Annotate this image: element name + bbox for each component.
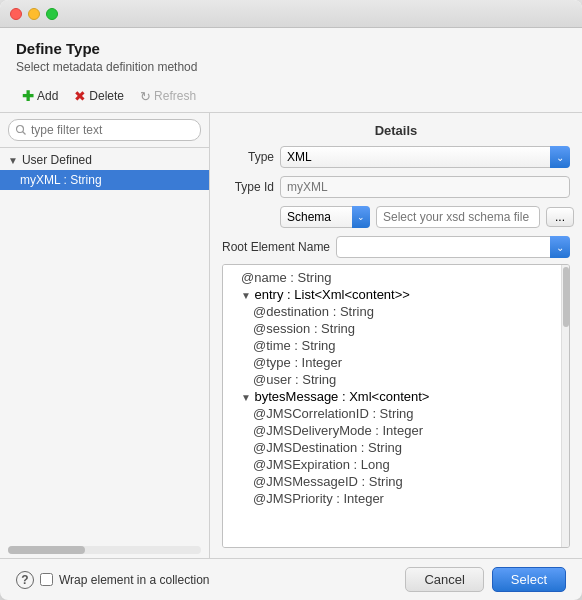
xml-item-4: @time : String [229, 337, 555, 354]
title-bar [0, 0, 582, 28]
content-area: ▼ User Defined myXML : String Details Ty… [0, 113, 582, 558]
cancel-button[interactable]: Cancel [405, 567, 483, 592]
schema-select-wrapper: Schema ⌄ [280, 206, 370, 228]
toolbar: ✚ Add ✖ Delete ↻ Refresh [0, 80, 582, 113]
root-element-label: Root Element Name [222, 240, 330, 254]
add-label: Add [37, 89, 58, 103]
delete-label: Delete [89, 89, 124, 103]
schema-select[interactable]: Schema [280, 206, 370, 228]
refresh-icon: ↻ [140, 89, 151, 104]
type-id-input[interactable] [280, 176, 570, 198]
footer-buttons: Cancel Select [405, 567, 566, 592]
xml-item-10: @JMSDestination : String [229, 439, 555, 456]
dialog-window: Define Type Select metadata definition m… [0, 0, 582, 600]
root-element-input[interactable] [336, 236, 570, 258]
left-scrollbar[interactable] [8, 546, 201, 554]
details-title: Details [222, 123, 570, 138]
dialog-subtitle: Select metadata definition method [16, 60, 566, 74]
search-box [0, 113, 209, 148]
wrap-collection-label: Wrap element in a collection [59, 573, 210, 587]
browse-button[interactable]: ... [546, 207, 574, 227]
root-element-input-wrapper: ⌄ [336, 236, 570, 258]
xml-item-8: @JMSCorrelationID : String [229, 405, 555, 422]
xml-scrollbar-track [561, 265, 569, 547]
add-button[interactable]: ✚ Add [16, 86, 64, 106]
xml-item-5: @type : Integer [229, 354, 555, 371]
root-element-row: Root Element Name ⌄ [222, 236, 570, 258]
traffic-lights [10, 8, 58, 20]
xml-item-12: @JMSMessageID : String [229, 473, 555, 490]
type-id-row: Type Id [222, 176, 570, 198]
refresh-button[interactable]: ↻ Refresh [134, 87, 202, 106]
type-id-label: Type Id [222, 180, 274, 194]
xml-scrollbar-thumb[interactable] [563, 267, 569, 327]
type-select-wrapper: XML ⌄ [280, 146, 570, 168]
schema-file-input[interactable] [376, 206, 540, 228]
footer: ? Wrap element in a collection Cancel Se… [0, 558, 582, 600]
delete-icon: ✖ [74, 88, 86, 104]
tree-item-label: myXML : String [20, 173, 102, 187]
checkbox-row: ? Wrap element in a collection [16, 571, 210, 589]
xml-item-13: @JMSPriority : Integer [229, 490, 555, 507]
type-select[interactable]: XML [280, 146, 570, 168]
type-row: Type XML ⌄ [222, 146, 570, 168]
add-icon: ✚ [22, 88, 34, 104]
tree-group-label: ▼ User Defined [0, 150, 209, 170]
type-label: Type [222, 150, 274, 164]
select-button[interactable]: Select [492, 567, 566, 592]
help-icon[interactable]: ? [16, 571, 34, 589]
xml-item-2: @destination : String [229, 303, 555, 320]
tree-view: ▼ User Defined myXML : String [0, 148, 209, 542]
left-panel: ▼ User Defined myXML : String [0, 113, 210, 558]
xml-item-1: ▼ entry : List<Xml<content>> [229, 286, 555, 303]
xml-tree[interactable]: @name : String ▼ entry : List<Xml<conten… [223, 265, 561, 547]
minimize-button[interactable] [28, 8, 40, 20]
tree-expand-icon: ▼ [8, 155, 18, 166]
xml-tree-container: @name : String ▼ entry : List<Xml<conten… [222, 264, 570, 548]
refresh-label: Refresh [154, 89, 196, 103]
xml-item-0: @name : String [229, 269, 555, 286]
tree-group-name: User Defined [22, 153, 92, 167]
close-button[interactable] [10, 8, 22, 20]
xml-item-3: @session : String [229, 320, 555, 337]
tree-item-myxml[interactable]: myXML : String [0, 170, 209, 190]
delete-button[interactable]: ✖ Delete [68, 86, 130, 106]
right-panel: Details Type XML ⌄ Type Id [210, 113, 582, 558]
schema-row: Schema ⌄ ... [222, 206, 570, 228]
xml-item-6: @user : String [229, 371, 555, 388]
dialog-title: Define Type [16, 40, 566, 57]
xml-item-7: ▼ bytesMessage : Xml<content> [229, 388, 555, 405]
maximize-button[interactable] [46, 8, 58, 20]
xml-item-9: @JMSDeliveryMode : Integer [229, 422, 555, 439]
header: Define Type Select metadata definition m… [0, 28, 582, 80]
xml-item-11: @JMSExpiration : Long [229, 456, 555, 473]
search-input[interactable] [8, 119, 201, 141]
wrap-collection-checkbox[interactable] [40, 573, 53, 586]
